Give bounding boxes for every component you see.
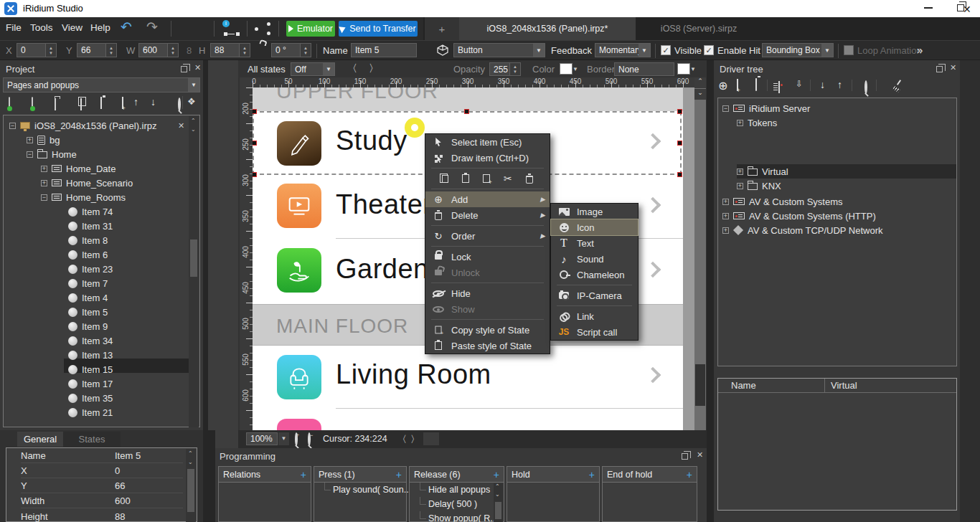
send-to-transfer-button[interactable]: Send to Transfer — [339, 21, 418, 37]
scroll-up-icon[interactable]: ⌃ — [694, 77, 706, 88]
duplicate-driver-icon[interactable] — [737, 79, 738, 91]
hit-area-dropdown[interactable]: Bounding Box — [762, 43, 834, 57]
next-state-icon[interactable]: 〉 — [369, 62, 379, 75]
tab-general[interactable]: General — [17, 432, 63, 447]
expand-icon[interactable] — [737, 169, 743, 175]
add-hold-button[interactable]: + — [589, 469, 595, 480]
paste-icon[interactable] — [462, 174, 469, 183]
release-action[interactable]: Show popup( R... — [410, 511, 504, 522]
copy-icon[interactable] — [442, 175, 448, 183]
submenu-image[interactable]: Image — [551, 204, 638, 219]
tree-item[interactable]: Item 35 — [68, 391, 113, 405]
add-relation-button[interactable]: + — [301, 469, 306, 480]
new-tab-button[interactable]: + — [425, 17, 459, 40]
expand-icon[interactable] — [41, 166, 47, 172]
submenu-link[interactable]: Link — [551, 308, 638, 324]
tree-item[interactable]: Item 15 — [68, 362, 113, 376]
selection-handle[interactable] — [677, 141, 682, 146]
selection-handle[interactable] — [464, 109, 469, 114]
feedback-dropdown[interactable]: Momentary — [595, 43, 651, 57]
tree-item-bg[interactable]: bg — [27, 133, 60, 147]
press-action[interactable]: Play sound( Soun... — [314, 483, 406, 497]
duplicate-icon[interactable] — [483, 174, 490, 183]
expand-icon[interactable] — [737, 183, 743, 189]
selection-handle[interactable] — [253, 172, 257, 177]
duplicate-icon[interactable] — [122, 97, 123, 109]
y-spinner[interactable] — [105, 44, 116, 57]
scroll-thumb[interactable] — [695, 364, 705, 406]
driver-item-virtual[interactable]: Virtual — [737, 164, 788, 179]
angle-field[interactable]: 0 ° — [271, 43, 311, 57]
scroll-up-icon[interactable]: ⌃ — [495, 483, 500, 490]
y-field[interactable]: 66 — [77, 43, 117, 57]
driver-item-iridium-server[interactable]: iRidium Server — [722, 101, 810, 115]
move-down-icon[interactable]: ↓ — [151, 96, 156, 108]
float-panel-icon[interactable] — [682, 453, 688, 460]
tree-item[interactable]: Item 31 — [68, 219, 113, 233]
scroll-up-icon[interactable]: ⌃ — [191, 118, 196, 124]
submenu-script-call[interactable]: JSScript call — [551, 324, 638, 340]
scroll-thumb[interactable] — [190, 239, 197, 277]
delete-icon[interactable] — [526, 176, 533, 184]
collapse-icon[interactable] — [9, 123, 16, 129]
scroll-down-icon[interactable]: ⌄ — [694, 89, 706, 100]
menu-view[interactable]: View — [62, 22, 83, 33]
h-scroll-stub[interactable] — [423, 432, 439, 445]
move-up-icon[interactable]: ↑ — [837, 79, 842, 90]
tab-panel-project[interactable]: iOS8_2048x1536 (Panel).irpz* — [459, 17, 636, 40]
collapse-icon[interactable] — [27, 151, 33, 158]
tree-item[interactable]: Item 8 — [68, 233, 108, 247]
pages-settings-icon[interactable]: ❖ — [187, 96, 196, 107]
menu-copy-style[interactable]: Copy style of State — [425, 322, 550, 338]
scroll-down-icon[interactable]: ⌄ — [495, 491, 500, 498]
expand-icon[interactable] — [27, 137, 33, 143]
undo-icon[interactable]: ↶ — [121, 19, 132, 35]
scroll-down-icon[interactable]: ⌄ — [188, 459, 193, 465]
selection-handle[interactable] — [677, 172, 682, 177]
delete-driver-icon[interactable] — [755, 78, 757, 91]
tree-item-home-scenario[interactable]: Home_Scenario — [41, 176, 133, 190]
canvas-scrollbar[interactable]: ⌃ ⌄ — [694, 77, 706, 430]
pages-mode-dropdown[interactable]: Pages and popups — [3, 77, 200, 92]
add-press-button[interactable]: + — [396, 469, 402, 480]
tree-item[interactable]: Item 23 — [68, 262, 113, 276]
selection-handle[interactable] — [677, 109, 682, 114]
add-end-of-hold-button[interactable]: + — [687, 469, 692, 480]
copy-icon[interactable] — [80, 98, 82, 110]
border-color-swatch[interactable] — [677, 63, 690, 75]
close-project-icon[interactable] — [178, 121, 184, 130]
prev-page-icon[interactable]: 〈 — [397, 433, 407, 446]
redo-icon[interactable]: ↷ — [146, 19, 158, 35]
submenu-text[interactable]: TText — [551, 235, 638, 251]
device-scan-icon[interactable] — [778, 81, 780, 93]
tree-item-home-rooms[interactable]: Home_Rooms — [41, 190, 126, 204]
submenu-chameleon[interactable]: Chameleon — [551, 267, 638, 283]
next-page-icon[interactable]: 〉 — [410, 433, 420, 446]
expand-icon[interactable] — [41, 180, 47, 186]
prev-state-icon[interactable]: 〈 — [347, 62, 357, 75]
driver-item-knx[interactable]: KNX — [737, 179, 781, 193]
submenu-sound[interactable]: ♪Sound — [551, 251, 638, 267]
emulator-button[interactable]: Emulator — [286, 21, 335, 37]
move-up-icon[interactable]: ↑ — [133, 96, 138, 108]
expand-toolbar-button[interactable]: » — [917, 44, 923, 56]
width-spinner[interactable] — [167, 44, 178, 57]
driver-item-av-custom-http[interactable]: AV & Custom Systems (HTTP) — [722, 209, 876, 223]
folder-settings-icon[interactable] — [55, 98, 56, 110]
upper-floor-header[interactable]: UPPER FLOOR — [253, 87, 683, 111]
aspect-link-label[interactable]: 8 — [187, 45, 192, 56]
visible-checkbox[interactable] — [661, 45, 671, 55]
menu-help[interactable]: Help — [90, 22, 110, 33]
expand-icon[interactable] — [722, 199, 729, 205]
menu-order[interactable]: Order — [425, 228, 550, 244]
tree-item-project-root[interactable]: iOS8_2048x1536 (Panel).irpz — [9, 118, 157, 133]
height-field[interactable]: 88 — [210, 43, 250, 57]
paste-icon[interactable] — [100, 97, 102, 109]
column-virtual[interactable]: Virtual — [824, 379, 956, 392]
collapse-icon[interactable] — [41, 194, 47, 201]
menu-paste-style[interactable]: Paste style of State — [425, 338, 550, 353]
close-panel-icon[interactable] — [194, 63, 201, 72]
x-field[interactable]: 0 — [17, 43, 57, 57]
tree-item[interactable]: Item 17 — [68, 376, 113, 391]
border-color-dropdown-icon[interactable]: ▼ — [690, 66, 696, 72]
